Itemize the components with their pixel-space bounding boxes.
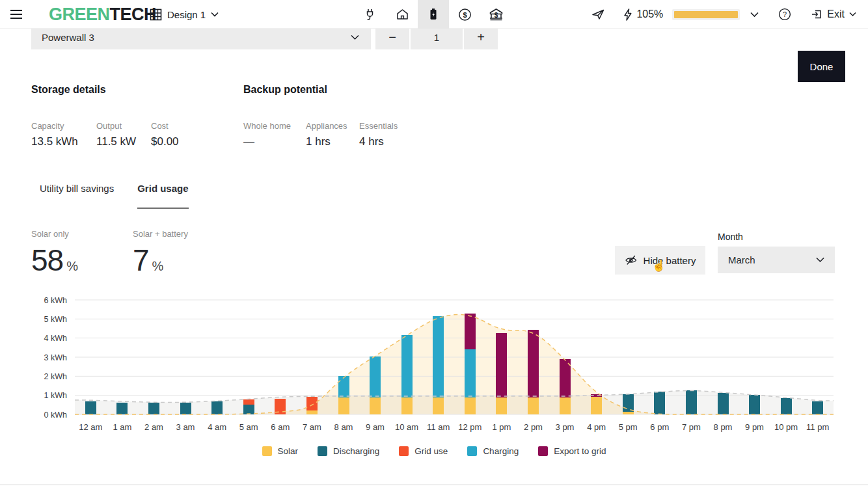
- app-logo: GREENTECH: [49, 5, 156, 25]
- dollar-circle-icon: $: [458, 8, 472, 21]
- appliances-value: 1 hrs: [306, 135, 359, 148]
- svg-text:8 am: 8 am: [334, 422, 353, 432]
- home-icon: [396, 8, 409, 21]
- solar-only-unit: %: [66, 259, 78, 273]
- capacity-value: 13.5 kWh: [31, 135, 96, 148]
- battery-product-value: Powerwall 3: [42, 32, 94, 43]
- tab-grid-usage[interactable]: Grid usage: [137, 183, 188, 209]
- nav-tab-incentives[interactable]: $: [480, 0, 511, 29]
- lightning-icon: [623, 8, 632, 21]
- legend-swatch: [399, 446, 409, 456]
- svg-text:9 am: 9 am: [366, 422, 385, 432]
- design-selector[interactable]: Design 1: [150, 7, 219, 22]
- svg-text:$: $: [463, 10, 467, 18]
- month-select[interactable]: March: [718, 247, 835, 273]
- svg-text:2 kWh: 2 kWh: [44, 372, 67, 381]
- svg-text:6 am: 6 am: [271, 422, 290, 432]
- solar-battery-value: 7: [133, 243, 149, 277]
- chevron-down-icon: [351, 34, 359, 40]
- cost-value: $0.00: [151, 135, 179, 148]
- solar-battery-label: Solar + battery: [133, 229, 188, 239]
- svg-text:10 pm: 10 pm: [774, 422, 798, 432]
- svg-text:1 pm: 1 pm: [492, 422, 511, 432]
- storage-details-section: Storage details Capacity 13.5 kWh Output…: [31, 84, 179, 148]
- exit-label: Exit: [827, 8, 845, 20]
- nav-tab-pricing[interactable]: $: [449, 0, 480, 29]
- svg-text:6 pm: 6 pm: [650, 422, 669, 432]
- offset-progress-bar[interactable]: [672, 9, 740, 20]
- done-button[interactable]: Done: [798, 51, 845, 82]
- nav-tab-battery[interactable]: [418, 0, 449, 29]
- legend-label: Solar: [278, 446, 299, 456]
- logo-green: GREEN: [49, 5, 110, 24]
- capacity-label: Capacity: [31, 121, 96, 131]
- svg-text:1 am: 1 am: [113, 422, 131, 432]
- mouse-cursor: ☝: [652, 259, 666, 273]
- appliances-label: Appliances: [306, 121, 359, 131]
- offset-dropdown-chevron[interactable]: [750, 12, 759, 18]
- tab-utility-bill-savings[interactable]: Utility bill savings: [40, 183, 114, 209]
- exit-icon: [811, 8, 822, 20]
- legend-item: Solar: [262, 446, 299, 456]
- header-right-controls: 105% ? Exit: [591, 0, 868, 29]
- legend-swatch: [467, 446, 477, 456]
- help-icon: ?: [778, 8, 791, 21]
- essentials-value: 4 hrs: [359, 135, 398, 148]
- chevron-down-icon: [211, 12, 219, 17]
- output-value: 11.5 kW: [96, 135, 151, 148]
- nav-tab-utility[interactable]: [355, 0, 387, 29]
- cost-label: Cost: [151, 121, 179, 131]
- send-icon: [591, 8, 605, 20]
- help-button[interactable]: ?: [778, 8, 791, 21]
- output-label: Output: [96, 121, 151, 131]
- essentials-label: Essentials: [359, 121, 398, 131]
- battery-icon: [427, 7, 440, 21]
- legend-label: Charging: [483, 446, 519, 456]
- chevron-down-icon: [750, 12, 759, 18]
- svg-text:10 am: 10 am: [395, 422, 418, 432]
- hide-battery-label: Hide battery: [644, 255, 696, 266]
- chevron-down-icon: [816, 257, 824, 263]
- nav-tab-home[interactable]: [387, 0, 418, 29]
- solar-only-label: Solar only: [31, 229, 78, 239]
- top-toolbar: GREENTECH Design 1 $ $ 105%: [0, 0, 868, 29]
- grid-usage-chart: 0 kWh1 kWh2 kWh3 kWh4 kWh5 kWh6 kWh12 am…: [0, 288, 868, 440]
- legend-item: Grid use: [399, 446, 448, 456]
- svg-text:$: $: [494, 12, 498, 19]
- plug-icon: [364, 7, 378, 21]
- svg-text:3 pm: 3 pm: [556, 422, 575, 432]
- legend-item: Export to grid: [538, 446, 606, 456]
- whole-home-value: —: [243, 135, 306, 148]
- menu-icon[interactable]: [9, 8, 23, 21]
- chevron-down-icon: [849, 12, 856, 17]
- solar-battery-unit: %: [152, 259, 164, 273]
- backup-potential-section: Backup potential Whole home — Appliances…: [243, 84, 398, 148]
- design-name: Design 1: [167, 9, 206, 20]
- exit-button[interactable]: Exit: [811, 8, 856, 20]
- svg-text:4 am: 4 am: [208, 422, 226, 432]
- legend-label: Export to grid: [554, 446, 606, 456]
- svg-text:3 am: 3 am: [176, 422, 195, 432]
- offset-progress-fill: [674, 11, 738, 18]
- grid-icon: [150, 8, 162, 21]
- legend-swatch: [262, 446, 272, 456]
- legend-swatch: [538, 446, 548, 456]
- offset-percent: 105%: [636, 8, 663, 20]
- svg-text:1 kWh: 1 kWh: [44, 391, 67, 400]
- svg-text:5 pm: 5 pm: [619, 422, 638, 432]
- bank-incentives-icon: $: [489, 8, 504, 21]
- svg-text:5 kWh: 5 kWh: [44, 315, 67, 324]
- svg-text:6 kWh: 6 kWh: [44, 296, 67, 305]
- svg-text:7 am: 7 am: [303, 422, 321, 432]
- legend-label: Grid use: [414, 446, 448, 456]
- svg-text:5 am: 5 am: [239, 422, 258, 432]
- simulate-button[interactable]: [591, 8, 605, 20]
- report-tabs: Utility bill savings Grid usage: [40, 183, 189, 209]
- svg-text:2 pm: 2 pm: [524, 422, 543, 432]
- legend-item: Discharging: [318, 446, 379, 456]
- legend-label: Discharging: [333, 446, 379, 456]
- storage-details-title: Storage details: [31, 84, 179, 96]
- svg-text:12 am: 12 am: [79, 422, 102, 432]
- footer-divider: [0, 484, 868, 485]
- svg-text:11 am: 11 am: [427, 422, 450, 432]
